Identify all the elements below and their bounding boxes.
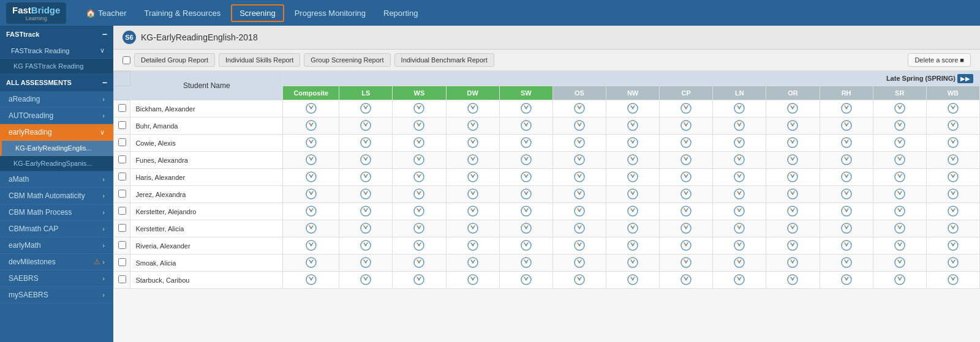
score-cell[interactable] (446, 255, 499, 272)
score-cell[interactable] (446, 169, 499, 186)
score-cell[interactable] (499, 117, 552, 135)
score-cell[interactable] (926, 220, 979, 237)
sidebar-item-earlyreading[interactable]: earlyReading ∨ (0, 124, 113, 141)
score-cell[interactable] (820, 186, 873, 203)
score-cell[interactable] (820, 100, 873, 117)
score-cell[interactable] (446, 220, 499, 237)
score-cell[interactable] (499, 186, 552, 203)
score-cell[interactable] (283, 237, 339, 255)
score-cell[interactable] (339, 186, 393, 203)
logo[interactable]: FastBridge Learning (6, 2, 66, 24)
score-cell[interactable] (499, 203, 552, 220)
score-cell[interactable] (393, 186, 446, 203)
score-cell[interactable] (446, 117, 499, 135)
score-cell[interactable] (820, 220, 873, 237)
score-cell[interactable] (283, 255, 339, 272)
score-cell[interactable] (499, 220, 552, 237)
score-cell[interactable] (552, 186, 606, 203)
score-cell[interactable] (499, 272, 552, 289)
score-cell[interactable] (766, 152, 820, 169)
score-cell[interactable] (606, 203, 659, 220)
score-cell[interactable] (873, 100, 926, 117)
score-cell[interactable] (873, 186, 926, 203)
sidebar-item-earlymath[interactable]: earlyMath › (0, 237, 113, 254)
score-cell[interactable] (283, 135, 339, 152)
score-cell[interactable] (926, 186, 979, 203)
score-cell[interactable] (552, 135, 606, 152)
score-cell[interactable] (820, 117, 873, 135)
row-checkbox[interactable] (118, 275, 126, 283)
score-cell[interactable] (552, 117, 606, 135)
score-cell[interactable] (660, 186, 713, 203)
score-cell[interactable] (766, 220, 820, 237)
score-cell[interactable] (446, 135, 499, 152)
score-cell[interactable] (926, 135, 979, 152)
score-cell[interactable] (393, 100, 446, 117)
row-checkbox[interactable] (118, 241, 126, 249)
score-cell[interactable] (713, 117, 766, 135)
score-cell[interactable] (926, 272, 979, 289)
score-cell[interactable] (926, 169, 979, 186)
row-checkbox[interactable] (118, 138, 126, 146)
row-checkbox[interactable] (118, 224, 126, 232)
score-cell[interactable] (283, 220, 339, 237)
score-cell[interactable] (339, 117, 393, 135)
score-cell[interactable] (552, 237, 606, 255)
score-cell[interactable] (660, 272, 713, 289)
score-cell[interactable] (766, 237, 820, 255)
score-cell[interactable] (393, 203, 446, 220)
sidebar-item-kg-earlyreading-eng[interactable]: KG-EarlyReadingEnglis... (0, 141, 113, 156)
score-cell[interactable] (660, 203, 713, 220)
score-cell[interactable] (446, 186, 499, 203)
score-cell[interactable] (820, 152, 873, 169)
score-cell[interactable] (713, 272, 766, 289)
score-cell[interactable] (713, 203, 766, 220)
score-cell[interactable] (926, 152, 979, 169)
score-cell[interactable] (283, 100, 339, 117)
score-cell[interactable] (660, 117, 713, 135)
score-cell[interactable] (393, 237, 446, 255)
score-cell[interactable] (339, 220, 393, 237)
score-cell[interactable] (552, 152, 606, 169)
score-cell[interactable] (393, 152, 446, 169)
period-forward-button[interactable]: ▶▶ (957, 74, 973, 83)
row-checkbox[interactable] (118, 104, 126, 112)
score-cell[interactable] (339, 100, 393, 117)
score-cell[interactable] (926, 117, 979, 135)
row-checkbox[interactable] (118, 121, 126, 129)
score-cell[interactable] (339, 272, 393, 289)
score-cell[interactable] (283, 117, 339, 135)
score-cell[interactable] (552, 255, 606, 272)
score-cell[interactable] (660, 152, 713, 169)
score-cell[interactable] (766, 272, 820, 289)
score-cell[interactable] (873, 272, 926, 289)
individual-skills-report-button[interactable]: Individual Skills Report (219, 53, 300, 67)
score-cell[interactable] (766, 203, 820, 220)
delete-score-button[interactable]: Delete a score ■ (908, 53, 971, 67)
score-cell[interactable] (283, 186, 339, 203)
score-cell[interactable] (552, 100, 606, 117)
row-checkbox[interactable] (118, 190, 126, 198)
score-cell[interactable] (393, 272, 446, 289)
sidebar-all-assessments-header[interactable]: ALL ASSESSMENTS − (0, 74, 113, 91)
score-cell[interactable] (606, 272, 659, 289)
sidebar-item-cbm-auto[interactable]: CBM Math Automaticity › (0, 188, 113, 204)
score-cell[interactable] (873, 237, 926, 255)
score-cell[interactable] (283, 169, 339, 186)
sidebar-item-devmilestones[interactable]: devMilestones ⚠ › (0, 254, 113, 270)
score-cell[interactable] (499, 135, 552, 152)
score-cell[interactable] (713, 237, 766, 255)
score-cell[interactable] (339, 237, 393, 255)
sidebar-item-mysaebrs[interactable]: mySAEBRS › (0, 287, 113, 303)
score-cell[interactable] (873, 220, 926, 237)
score-cell[interactable] (713, 135, 766, 152)
score-cell[interactable] (393, 169, 446, 186)
score-cell[interactable] (713, 169, 766, 186)
score-cell[interactable] (552, 220, 606, 237)
detailed-group-report-button[interactable]: Detailed Group Report (134, 53, 215, 67)
score-cell[interactable] (820, 169, 873, 186)
sidebar-item-amath[interactable]: aMath › (0, 171, 113, 188)
score-cell[interactable] (713, 186, 766, 203)
score-cell[interactable] (926, 100, 979, 117)
sidebar-item-kg-fasttrack[interactable]: KG FASTtrack Reading (0, 59, 113, 74)
